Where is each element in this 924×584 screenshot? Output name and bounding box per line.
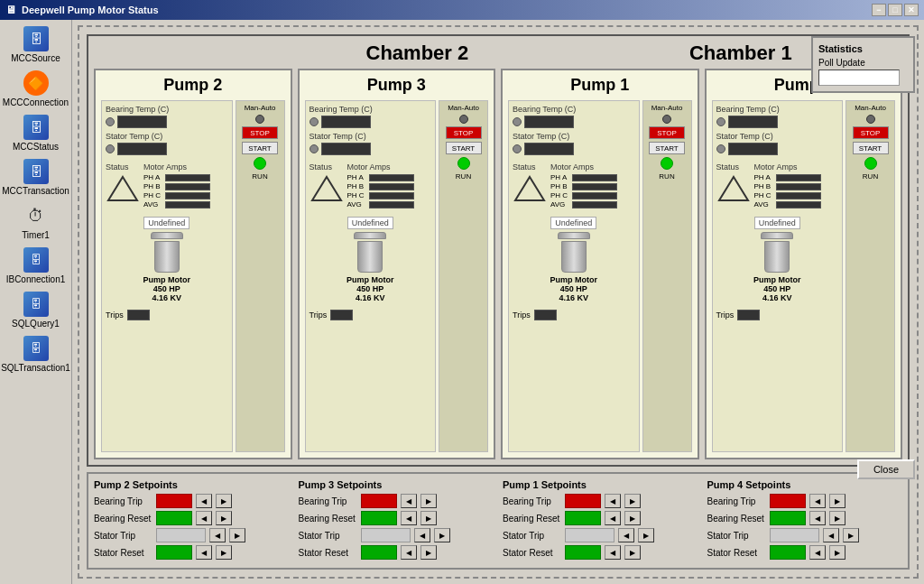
sidebar-item-mcc-connection[interactable]: 🔶 MCCConnection (4, 68, 68, 110)
pump1-start-button[interactable]: START (649, 142, 685, 154)
pump2-inner: Bearing Temp (C) Stator Temp (C) (101, 100, 285, 452)
pump1-stator-trip-row: Stator Trip ◀ ▶ (503, 528, 698, 542)
pump2-trips-row: Trips (106, 310, 228, 320)
pump3-stator-trip-btn1[interactable]: ◀ (414, 528, 430, 542)
pump2-bearing-reset-btn2[interactable]: ▶ (216, 511, 232, 525)
pump1-amps-label: Motor Amps (550, 162, 617, 171)
minimize-button[interactable]: − (872, 4, 886, 16)
pump3-bearing-reset-btn2[interactable]: ▶ (420, 511, 437, 525)
sidebar-label-ib-connection: IBConnection1 (6, 274, 66, 284)
pump4-bearing-trip-btn2[interactable]: ▶ (829, 494, 845, 508)
pump2-stator-reset-row: Stator Reset ◀ ▶ (94, 545, 290, 560)
pump3-bearing-reset-green (361, 511, 397, 525)
pump4-setpoints-title: Pump 4 Setpoints (707, 479, 903, 490)
close-area: Close (811, 459, 915, 479)
pump3-title: Pump 3 (305, 76, 489, 95)
pump1-stator-trip-btn1[interactable]: ◀ (618, 528, 634, 542)
pump2-stator-reset-btn2[interactable]: ▶ (216, 545, 232, 560)
pump3-stator-value (321, 143, 371, 155)
pump4-stator-trip-btn1[interactable]: ◀ (823, 528, 839, 542)
pump4-ph-b-label: PH B (754, 182, 774, 190)
pump4-bearing-reset-btn2[interactable]: ▶ (829, 511, 845, 525)
pump2-bearing-trip-btn2[interactable]: ▶ (216, 494, 232, 508)
pump1-ph-a-row: PH A (550, 173, 617, 181)
pump2-bearing-led (106, 117, 115, 126)
sidebar-label-mcc-connection: MCCConnection (3, 97, 69, 107)
main-panel: Chamber 2 Chamber 1 Pump 2 Be (78, 25, 919, 579)
pump2-status-row: Status Motor Amps PH A (106, 162, 228, 209)
pump2-run-label: RUN (252, 172, 267, 181)
pump1-motor-info: Pump Motor 450 HP 4.16 KV (550, 275, 598, 302)
sidebar-item-mcc-transaction[interactable]: 🗄 MCCTransaction (4, 156, 68, 199)
pump3-stator-trip-row: Stator Trip ◀ ▶ (299, 528, 494, 542)
pump4-stator-trip-btn2[interactable]: ▶ (843, 528, 859, 542)
pump2-avg-label: AVG (143, 200, 163, 209)
pump4-bearing-reset-btn1[interactable]: ◀ (809, 511, 826, 525)
pump4-bearing-trip-btn1[interactable]: ◀ (809, 494, 826, 508)
pump3-stop-button[interactable]: STOP (446, 126, 482, 139)
pump1-avg-row: AVG (550, 200, 617, 209)
pump3-status-row: Status Motor Amps PH A (310, 162, 432, 209)
pump2-ph-c-label: PH C (143, 191, 163, 199)
pump3-setpoints-title: Pump 3 Setpoints (299, 479, 494, 490)
pump1-man-auto-label: Man-Auto (651, 104, 683, 112)
pump3-stator-reset-btn1[interactable]: ◀ (401, 545, 417, 560)
pump1-sensors: Bearing Temp (C) Stator Temp (C) (508, 100, 640, 452)
close-window-button[interactable]: ✕ (904, 4, 919, 16)
pump3-stator-reset-btn2[interactable]: ▶ (420, 545, 437, 560)
pump1-man-auto-knob (662, 115, 671, 124)
pump1-bearing-trip-btn1[interactable]: ◀ (605, 494, 621, 508)
pump3-stator-trip-btn2[interactable]: ▶ (434, 528, 450, 542)
pump2-bearing-trip-btn1[interactable]: ◀ (196, 494, 212, 508)
pump1-bearing-trip-btn2[interactable]: ▶ (624, 494, 641, 508)
pump2-stop-button[interactable]: STOP (242, 126, 278, 139)
pump4-ph-c-label: PH C (754, 191, 774, 199)
pump3-control: Man-Auto STOP START RUN (439, 100, 488, 452)
pump4-bearing-reset-label: Bearing Reset (707, 514, 766, 524)
sidebar-item-timer1[interactable]: ⏱ Timer1 (4, 200, 68, 243)
pump1-bearing-value (524, 116, 574, 128)
pump2-stator-trip-btn2[interactable]: ▶ (229, 528, 245, 542)
poll-update-value (818, 70, 900, 86)
pump2-stator-reset-btn1[interactable]: ◀ (196, 545, 212, 560)
pump4-motor-info: Pump Motor 450 HP 4.16 KV (753, 275, 801, 302)
pump2-start-button[interactable]: START (242, 142, 278, 154)
pump2-control: Man-Auto STOP START RUN (236, 100, 285, 452)
pump1-stator-reset-btn2[interactable]: ▶ (624, 545, 641, 560)
sidebar-item-mcc-status[interactable]: 🗄 MCCStatus (4, 112, 68, 154)
window-controls[interactable]: − □ ✕ (872, 4, 919, 16)
pump3-bearing-trip-btn2[interactable]: ▶ (420, 494, 437, 508)
pump2-stator-trip-value (156, 528, 206, 542)
pump1-ph-b-label: PH B (550, 182, 570, 190)
pump4-stator-reset-btn1[interactable]: ◀ (809, 545, 826, 560)
sidebar-item-mcc-source[interactable]: 🗄 MCCSource (4, 23, 68, 66)
pump3-bearing-trip-btn1[interactable]: ◀ (401, 494, 417, 508)
pump1-avg-label: AVG (550, 200, 570, 209)
pump2-setpoints: Pump 2 Setpoints Bearing Trip ◀ ▶ Bearin… (94, 479, 290, 562)
maximize-button[interactable]: □ (888, 4, 902, 16)
chambers-container: Chamber 2 Chamber 1 Pump 2 Be (87, 34, 910, 467)
pump3-start-button[interactable]: START (446, 142, 482, 154)
pump3-bearing-value (321, 116, 371, 128)
pump2-bearing-value (117, 116, 167, 128)
pump1-stator-reset-btn1[interactable]: ◀ (605, 545, 621, 560)
pump4-status-label: Status (716, 162, 751, 171)
sidebar-item-sql-query[interactable]: 🗄 SQLQuery1 (4, 289, 68, 331)
close-button[interactable]: Close (857, 459, 915, 479)
pump2-bearing-reset-btn1[interactable]: ◀ (196, 511, 212, 525)
pump3-stator-trip-value (361, 528, 411, 542)
pump2-ph-b-bar (165, 183, 210, 190)
pump3-bearing-reset-btn1[interactable]: ◀ (401, 511, 417, 525)
pump2-stator-trip-btn1[interactable]: ◀ (209, 528, 226, 542)
pump1-stator-trip-btn2[interactable]: ▶ (638, 528, 654, 542)
pump1-stop-button[interactable]: STOP (649, 126, 685, 139)
pump4-stator-reset-btn2[interactable]: ▶ (829, 545, 845, 560)
sidebar-item-ib-connection[interactable]: 🗄 IBConnection1 (4, 245, 68, 287)
pump4-bearing-reset-green (770, 511, 806, 525)
pump3-trips-label: Trips (310, 311, 328, 320)
pump2-ph-b-row: PH B (143, 182, 210, 190)
sidebar-item-sql-transaction[interactable]: 🗄 SQLTransaction1 (4, 333, 68, 375)
pump2-avg-bar (165, 201, 210, 209)
pump1-bearing-reset-btn2[interactable]: ▶ (624, 511, 641, 525)
pump1-bearing-reset-btn1[interactable]: ◀ (605, 511, 621, 525)
